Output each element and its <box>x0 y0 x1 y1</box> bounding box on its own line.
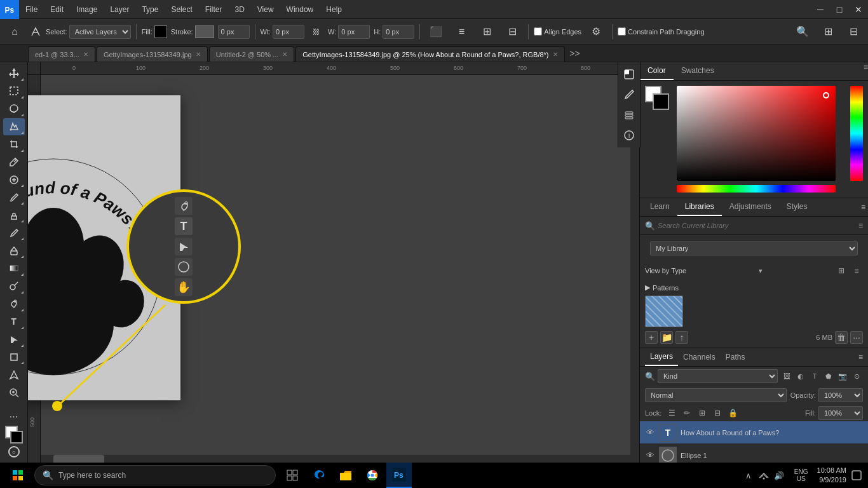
tool-heal[interactable] <box>3 171 25 188</box>
h-input[interactable] <box>383 25 414 39</box>
tool-more[interactable]: ··· <box>3 408 25 425</box>
path-distribute-btn[interactable]: ⊟ <box>501 22 523 41</box>
fill-select[interactable]: 100% <box>818 406 863 420</box>
menu-select[interactable]: Select <box>165 0 198 18</box>
tool-brush[interactable] <box>3 189 25 206</box>
tab-1[interactable]: GettyImages-131584349.jpg ✕ <box>97 46 208 62</box>
tray-notification-icon[interactable] <box>850 469 863 482</box>
settings-btn[interactable]: ⚙ <box>585 22 607 41</box>
tab-3-close[interactable]: ✕ <box>553 51 558 58</box>
tab-libraries[interactable]: Libraries <box>677 198 722 216</box>
library-dropdown[interactable]: My Library <box>650 241 858 255</box>
tab-paths[interactable]: Paths <box>721 349 750 365</box>
tab-swatches[interactable]: Swatches <box>674 62 722 80</box>
tool-shape[interactable] <box>3 349 25 366</box>
tool-lasso[interactable] <box>3 100 25 118</box>
close-button[interactable]: ✕ <box>849 0 868 19</box>
path-align-btn[interactable]: ≡ <box>451 22 472 41</box>
start-button[interactable] <box>5 463 31 488</box>
tray-up-icon[interactable]: ∧ <box>742 469 755 482</box>
tool-eyedropper[interactable] <box>3 154 25 171</box>
opacity-select[interactable]: 100% <box>818 388 863 402</box>
filter-active-icon[interactable]: ⊙ <box>850 370 863 383</box>
trash-pattern-btn[interactable]: 🗑 <box>835 331 848 344</box>
menu-file[interactable]: File <box>19 0 44 18</box>
filter-shape-icon[interactable]: ⬟ <box>822 370 835 383</box>
menu-edit[interactable]: Edit <box>44 0 70 18</box>
layers-kind-select[interactable]: Kind <box>658 369 778 383</box>
foreground-bg-swatch[interactable] <box>5 426 23 444</box>
filter-type-icon[interactable]: T <box>808 370 821 383</box>
tool-home[interactable]: ⌂ <box>4 22 25 41</box>
tool-gradient[interactable] <box>3 260 25 277</box>
taskbar-file-explorer[interactable] <box>333 463 358 488</box>
lock-pos-icon[interactable]: ✏ <box>681 407 693 419</box>
menu-window[interactable]: Window <box>280 0 320 18</box>
hue-slider[interactable] <box>677 185 836 193</box>
stroke-swatch[interactable] <box>195 25 214 38</box>
select-dropdown[interactable]: Active Layers <box>69 25 131 39</box>
taskbar-task-view[interactable] <box>280 463 305 488</box>
tab-learn[interactable]: Learn <box>642 198 677 216</box>
view-grid-btn[interactable]: ⊞ <box>835 264 848 277</box>
tool-pen[interactable] <box>3 295 25 313</box>
fill-swatch[interactable] <box>154 25 167 38</box>
constrain-path-checkbox[interactable]: Constrain Path Dragging <box>618 27 704 36</box>
tool-type[interactable]: T <box>3 313 25 330</box>
arrange-btn[interactable]: ⊟ <box>843 22 864 41</box>
path-arrange-btn[interactable]: ⊞ <box>476 22 498 41</box>
layout-btn[interactable]: ⊞ <box>817 22 839 41</box>
menu-filter[interactable]: Filter <box>199 0 229 18</box>
lock-all-icon[interactable]: 🔒 <box>726 407 739 419</box>
tool-dodge[interactable] <box>3 278 25 295</box>
import-pattern-btn[interactable]: ↑ <box>675 331 688 344</box>
tab-channels[interactable]: Channels <box>678 349 721 365</box>
folder-pattern-btn[interactable]: 📁 <box>660 331 673 344</box>
tool-marquee[interactable] <box>3 83 25 100</box>
tab-3[interactable]: GettyImages-131584349.jpg @ 25% (How Abo… <box>295 46 564 62</box>
hue-strip[interactable] <box>850 86 863 181</box>
right-panel-expand[interactable]: ≡ <box>861 203 865 212</box>
tray-network-icon[interactable] <box>757 469 770 482</box>
info-panel-icon[interactable]: i <box>620 126 639 145</box>
panel-expand-icon[interactable]: ≡ <box>864 62 868 80</box>
pattern-item[interactable] <box>645 295 683 327</box>
fg-bg-color-swatches[interactable] <box>645 86 661 102</box>
taskbar-search[interactable]: 🔍 Type here to search <box>34 465 276 485</box>
blend-mode-select[interactable]: Normal <box>645 388 787 402</box>
color-panel-icon[interactable] <box>620 65 639 84</box>
library-search-input[interactable] <box>658 219 856 232</box>
tool-move[interactable] <box>3 65 25 82</box>
layer-eye-0[interactable]: 👁 <box>645 428 655 438</box>
tab-layers[interactable]: Layers <box>645 348 678 366</box>
more-pattern-btn[interactable]: ··· <box>850 331 863 344</box>
view-list-btn[interactable]: ≡ <box>850 264 863 277</box>
layers-panel-icon[interactable] <box>620 105 639 125</box>
library-search-expand[interactable]: ≡ <box>858 221 863 230</box>
maximize-button[interactable]: □ <box>830 0 849 19</box>
search-btn[interactable]: 🔍 <box>792 22 813 41</box>
lock-move-icon[interactable]: ⊟ <box>711 407 724 419</box>
link-btn[interactable]: ⛓ <box>308 24 324 40</box>
taskbar-chrome[interactable] <box>360 463 385 488</box>
quick-mask-btn[interactable]: ○ <box>8 446 20 458</box>
tray-volume-icon[interactable]: 🔊 <box>773 469 785 482</box>
taskbar-photoshop[interactable]: Ps <box>386 463 412 488</box>
tab-adjustments[interactable]: Adjustments <box>722 198 779 216</box>
stroke-width-input[interactable] <box>218 25 250 39</box>
menu-type[interactable]: Type <box>135 0 165 18</box>
layers-expand[interactable]: ≡ <box>858 353 863 362</box>
tab-0[interactable]: ed-1 @ 33.3... ✕ <box>28 46 95 62</box>
tabs-more-button[interactable]: >> <box>569 47 581 60</box>
tab-color[interactable]: Color <box>640 62 674 80</box>
w-input[interactable] <box>338 25 370 39</box>
menu-3d[interactable]: 3D <box>228 0 250 18</box>
tool-navigate[interactable] <box>3 366 25 383</box>
color-spectrum[interactable] <box>677 86 836 181</box>
tab-styles[interactable]: Styles <box>779 198 815 216</box>
tool-history-brush[interactable] <box>3 224 25 241</box>
tab-0-close[interactable]: ✕ <box>83 51 88 58</box>
tab-2-close[interactable]: ✕ <box>282 51 287 58</box>
tool-path-select-direct[interactable] <box>3 331 25 348</box>
menu-image[interactable]: Image <box>70 0 104 18</box>
